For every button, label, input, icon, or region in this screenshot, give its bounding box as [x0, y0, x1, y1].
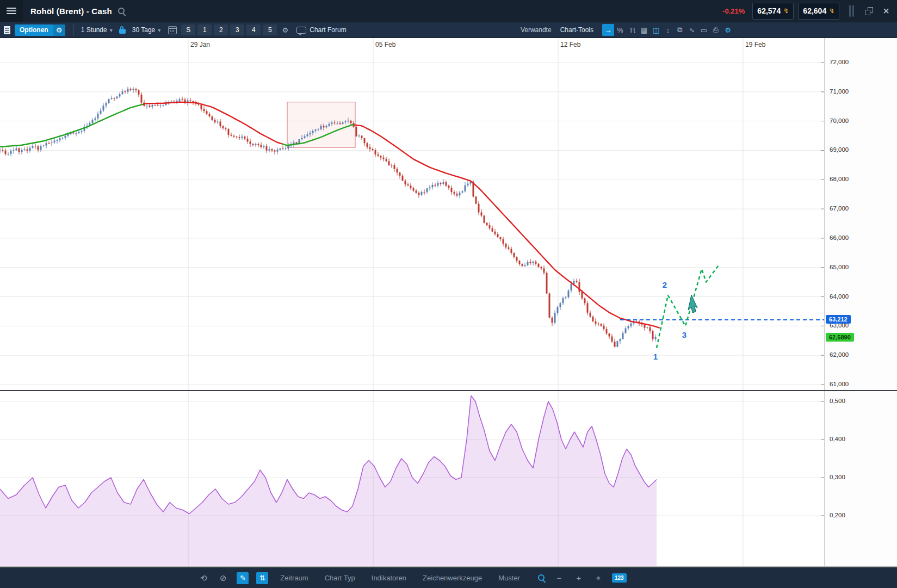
chart-typ-button[interactable]: Chart Typ — [325, 574, 355, 582]
price-chart[interactable]: 29 Jan05 Feb12 Feb19 Feb123 — [0, 38, 824, 567]
sell-price-button[interactable]: 62,574 ↯ — [752, 3, 794, 20]
range-label: 30 Tage — [132, 26, 156, 34]
zeichenwerkzeuge-button[interactable]: Zeichenwerkzeuge — [423, 574, 482, 582]
change-percent: -0.21% — [722, 7, 745, 15]
numbers-mode-button[interactable]: 123 — [612, 573, 627, 583]
search-icon[interactable] — [117, 7, 126, 15]
interval-dropdown[interactable]: 1 Stunde ▾ — [78, 24, 116, 36]
calendar-icon[interactable] — [168, 26, 177, 34]
cursor-arrow-icon — [688, 295, 697, 313]
chevron-down-icon: ▾ — [110, 27, 113, 33]
divider — [73, 24, 74, 35]
pop-out-icon[interactable]: → — [602, 24, 614, 36]
price-axis-label: 61,000 — [830, 381, 849, 387]
options-button[interactable]: Optionen ⚙ — [15, 24, 65, 36]
price-axis-label: 62,000 — [830, 351, 849, 358]
zoom-in-icon[interactable]: + — [573, 572, 585, 584]
indikatoren-button[interactable]: Indikatoren — [372, 574, 406, 582]
date-label: 19 Feb — [745, 41, 766, 48]
chat-bubble-icon[interactable] — [296, 27, 306, 34]
wave-count-label: 3 — [682, 330, 686, 339]
scale-updown-icon[interactable]: ↕ — [662, 24, 674, 36]
menu-button[interactable] — [0, 0, 23, 22]
text-size-icon[interactable]: Tt — [626, 24, 638, 36]
range-dropdown[interactable]: 30 Tage ▾ — [129, 24, 164, 36]
osc-axis-label: 0,400 — [830, 436, 845, 442]
close-icon[interactable]: × — [883, 5, 889, 16]
lock-icon[interactable] — [119, 26, 126, 34]
timeframe-1-button[interactable]: 1 — [197, 24, 212, 35]
wave-count-label: 1 — [653, 352, 658, 361]
price-axis-label: 70,000 — [830, 117, 849, 124]
grid-icon[interactable]: ▦ — [638, 24, 650, 36]
buy-price: 62,604 — [803, 7, 826, 15]
price-axis-label: 68,000 — [830, 176, 849, 182]
candlestick-type-icon[interactable]: ◫ — [650, 24, 662, 36]
hamburger-icon — [7, 8, 16, 14]
price-axis-label: 71,000 — [830, 88, 849, 95]
print-icon[interactable]: ⎙ — [710, 24, 722, 36]
price-axis-label: 66,000 — [830, 234, 849, 241]
chevron-down-icon: ▾ — [158, 27, 160, 33]
panel-rect-icon[interactable]: ▭ — [698, 24, 710, 36]
price-axis-label: 64,000 — [830, 293, 849, 300]
timeframe-3-button[interactable]: 3 — [230, 24, 244, 35]
current-price-tag: 62,5890 — [826, 333, 854, 342]
date-label: 05 Feb — [375, 41, 396, 48]
osc-axis-label: 0,200 — [830, 512, 845, 518]
verwandte-link[interactable]: Verwandte — [521, 26, 552, 34]
timeframe-2-button[interactable]: 2 — [214, 24, 228, 35]
zeitraum-button[interactable]: Zeitraum — [280, 574, 308, 582]
streaming-bolt-icon: ↯ — [829, 8, 834, 14]
timeframe-5-button[interactable]: 5 — [263, 24, 277, 35]
osc-axis-label: 0,500 — [830, 398, 845, 404]
level-price-tag: 63,212 — [826, 315, 851, 324]
interval-label: 1 Stunde — [81, 26, 107, 34]
sell-price: 62,574 — [757, 7, 781, 15]
title-bar: Rohöl (Brent) - Cash -0.21% 62,574 ↯ 62,… — [0, 0, 897, 22]
pencil-icon[interactable]: ✎ — [237, 572, 249, 584]
indicator-wave-icon[interactable]: ∿ — [686, 24, 698, 36]
options-label: Optionen — [15, 24, 53, 36]
instrument-title: Rohöl (Brent) - Cash — [30, 7, 112, 16]
buy-price-button[interactable]: 62,604 ↯ — [798, 3, 839, 20]
sort-arrows-icon[interactable]: ⇅ — [256, 572, 268, 584]
zoom-search-icon[interactable] — [537, 574, 546, 582]
chart-toolbar: Optionen ⚙ 1 Stunde ▾ 30 Tage ▾ S 1 2 3 … — [0, 22, 897, 38]
chart-bottom-border — [0, 566, 897, 567]
compare-overlay-icon[interactable]: ⧉ — [674, 24, 686, 36]
clear-drawings-icon[interactable]: ⊘ — [217, 572, 229, 584]
options-gear-icon[interactable]: ⚙ — [53, 24, 65, 36]
date-label: 29 Jan — [190, 41, 210, 48]
price-axis-label: 72,000 — [830, 59, 849, 65]
trading-app-window: Rohöl (Brent) - Cash -0.21% 62,574 ↯ 62,… — [0, 0, 897, 588]
bottom-toolbar: ⟲ ⊘ ✎ ⇅ Zeitraum Chart Typ Indikatoren Z… — [0, 567, 897, 588]
chart-tools-label: Chart-Tools — [560, 26, 593, 34]
window-resize-handle[interactable] — [849, 5, 854, 17]
zigzag-forecast: 123 — [653, 264, 719, 361]
price-axis[interactable]: 72,00071,00070,00069,00068,00067,00066,0… — [824, 38, 897, 567]
edit-settings-icon[interactable]: ⚙ — [722, 24, 734, 36]
refresh-icon[interactable]: ⟲ — [197, 572, 209, 584]
chart-region: 29 Jan05 Feb12 Feb19 Feb123 72,00071,000… — [0, 38, 897, 567]
price-axis-label: 67,000 — [830, 205, 849, 212]
panel-separator[interactable] — [0, 390, 897, 391]
wave-count-label: 2 — [663, 280, 667, 289]
chart-list-icon[interactable] — [4, 26, 10, 34]
percent-scale-icon[interactable]: % — [614, 24, 626, 36]
muster-button[interactable]: Muster — [498, 574, 520, 582]
restore-window-icon[interactable] — [865, 7, 873, 15]
price-axis-label: 65,000 — [830, 264, 849, 270]
streaming-bolt-icon: ↯ — [783, 8, 789, 14]
osc-axis-label: 0,300 — [830, 474, 845, 480]
date-label: 12 Feb — [560, 41, 581, 48]
price-axis-label: 69,000 — [830, 146, 849, 153]
timeframe-s-button[interactable]: S — [181, 24, 195, 35]
chart-forum-link[interactable]: Chart Forum — [310, 26, 346, 34]
move-crosshair-icon[interactable]: ⌖ — [592, 572, 604, 584]
zoom-out-icon[interactable]: − — [553, 572, 565, 584]
timeframe-4-button[interactable]: 4 — [246, 24, 261, 35]
settings-gear-icon[interactable]: ⚙ — [279, 24, 291, 36]
